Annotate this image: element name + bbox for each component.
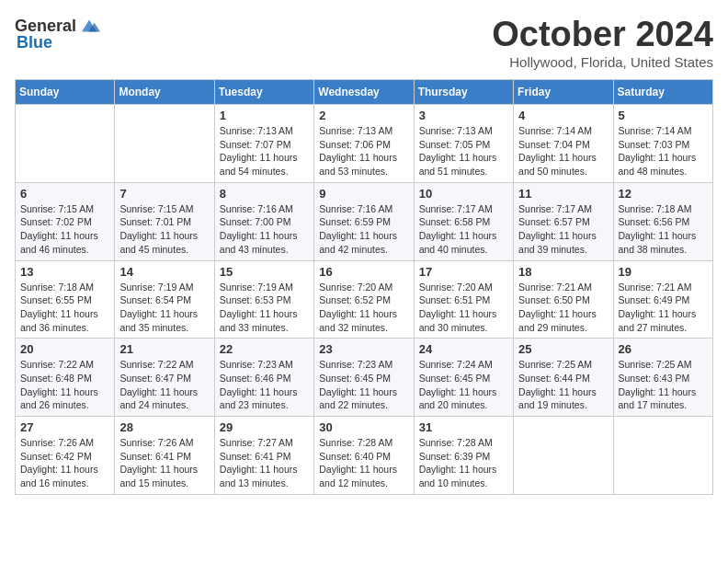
- week-row-4: 20Sunrise: 7:22 AMSunset: 6:48 PMDayligh…: [16, 339, 713, 417]
- day-info: Sunrise: 7:17 AMSunset: 6:58 PMDaylight:…: [419, 202, 508, 257]
- day-info: Sunrise: 7:19 AMSunset: 6:53 PMDaylight:…: [220, 281, 309, 335]
- empty-cell: [16, 105, 115, 183]
- day-info: Sunrise: 7:21 AMSunset: 6:49 PMDaylight:…: [619, 281, 708, 335]
- title-section: October 2024 Hollywood, Florida, United …: [492, 15, 713, 70]
- day-cell-19: 19Sunrise: 7:21 AMSunset: 6:49 PMDayligh…: [613, 260, 712, 339]
- day-info: Sunrise: 7:18 AMSunset: 6:56 PMDaylight:…: [619, 202, 708, 257]
- day-number: 18: [518, 265, 608, 279]
- day-info: Sunrise: 7:20 AMSunset: 6:52 PMDaylight:…: [319, 281, 408, 335]
- day-number: 26: [619, 342, 708, 356]
- location: Hollywood, Florida, United States: [492, 54, 713, 70]
- day-cell-30: 30Sunrise: 7:28 AMSunset: 6:40 PMDayligh…: [314, 417, 414, 495]
- day-info: Sunrise: 7:13 AMSunset: 7:07 PMDaylight:…: [220, 124, 309, 178]
- day-number: 9: [319, 187, 408, 201]
- day-cell-6: 6Sunrise: 7:15 AMSunset: 7:02 PMDaylight…: [16, 182, 115, 260]
- day-number: 2: [319, 109, 408, 122]
- day-number: 11: [518, 187, 608, 201]
- day-cell-17: 17Sunrise: 7:20 AMSunset: 6:51 PMDayligh…: [414, 260, 513, 339]
- day-info: Sunrise: 7:14 AMSunset: 7:03 PMDaylight:…: [619, 124, 708, 178]
- day-cell-9: 9Sunrise: 7:16 AMSunset: 6:59 PMDaylight…: [314, 182, 414, 260]
- empty-cell: [613, 417, 712, 495]
- day-cell-26: 26Sunrise: 7:25 AMSunset: 6:43 PMDayligh…: [613, 339, 712, 417]
- day-cell-31: 31Sunrise: 7:28 AMSunset: 6:39 PMDayligh…: [414, 417, 513, 495]
- day-number: 14: [119, 265, 209, 279]
- day-info: Sunrise: 7:13 AMSunset: 7:05 PMDaylight:…: [419, 124, 508, 178]
- logo: General Blue: [15, 15, 100, 52]
- day-number: 23: [319, 342, 408, 356]
- logo-text-blue: Blue: [17, 33, 52, 52]
- week-row-2: 6Sunrise: 7:15 AMSunset: 7:02 PMDaylight…: [16, 182, 713, 260]
- day-number: 7: [119, 187, 209, 201]
- weekday-header-row: SundayMondayTuesdayWednesdayThursdayFrid…: [16, 80, 713, 105]
- day-info: Sunrise: 7:17 AMSunset: 6:57 PMDaylight:…: [518, 202, 608, 257]
- day-cell-27: 27Sunrise: 7:26 AMSunset: 6:42 PMDayligh…: [16, 417, 115, 495]
- day-number: 22: [220, 342, 309, 356]
- day-info: Sunrise: 7:15 AMSunset: 7:01 PMDaylight:…: [119, 202, 209, 257]
- day-cell-1: 1Sunrise: 7:13 AMSunset: 7:07 PMDaylight…: [214, 105, 313, 183]
- day-info: Sunrise: 7:20 AMSunset: 6:51 PMDaylight:…: [419, 281, 508, 335]
- day-cell-23: 23Sunrise: 7:23 AMSunset: 6:45 PMDayligh…: [314, 339, 414, 417]
- calendar: SundayMondayTuesdayWednesdayThursdayFrid…: [15, 79, 713, 495]
- day-info: Sunrise: 7:26 AMSunset: 6:42 PMDaylight:…: [20, 436, 109, 490]
- day-number: 1: [220, 109, 309, 122]
- day-info: Sunrise: 7:23 AMSunset: 6:46 PMDaylight:…: [220, 358, 309, 412]
- day-number: 4: [518, 109, 608, 122]
- day-number: 29: [220, 420, 309, 434]
- day-cell-28: 28Sunrise: 7:26 AMSunset: 6:41 PMDayligh…: [115, 417, 214, 495]
- day-info: Sunrise: 7:28 AMSunset: 6:39 PMDaylight:…: [419, 436, 508, 490]
- day-cell-11: 11Sunrise: 7:17 AMSunset: 6:57 PMDayligh…: [514, 182, 613, 260]
- day-cell-18: 18Sunrise: 7:21 AMSunset: 6:50 PMDayligh…: [514, 260, 613, 339]
- day-cell-29: 29Sunrise: 7:27 AMSunset: 6:41 PMDayligh…: [214, 417, 313, 495]
- day-cell-4: 4Sunrise: 7:14 AMSunset: 7:04 PMDaylight…: [514, 105, 613, 183]
- day-info: Sunrise: 7:25 AMSunset: 6:43 PMDaylight:…: [619, 358, 708, 412]
- day-number: 28: [119, 420, 209, 434]
- day-number: 8: [220, 187, 309, 201]
- day-cell-5: 5Sunrise: 7:14 AMSunset: 7:03 PMDaylight…: [613, 105, 712, 183]
- day-number: 19: [619, 265, 708, 279]
- day-number: 16: [319, 265, 408, 279]
- page-header: General Blue October 2024 Hollywood, Flo…: [15, 15, 713, 70]
- day-cell-22: 22Sunrise: 7:23 AMSunset: 6:46 PMDayligh…: [214, 339, 313, 417]
- day-info: Sunrise: 7:19 AMSunset: 6:54 PMDaylight:…: [119, 281, 209, 335]
- day-cell-15: 15Sunrise: 7:19 AMSunset: 6:53 PMDayligh…: [214, 260, 313, 339]
- day-number: 6: [20, 187, 109, 201]
- day-cell-20: 20Sunrise: 7:22 AMSunset: 6:48 PMDayligh…: [16, 339, 115, 417]
- day-number: 31: [419, 420, 508, 434]
- weekday-header-sunday: Sunday: [16, 80, 115, 105]
- day-info: Sunrise: 7:18 AMSunset: 6:55 PMDaylight:…: [20, 281, 109, 335]
- weekday-header-tuesday: Tuesday: [214, 80, 313, 105]
- day-cell-8: 8Sunrise: 7:16 AMSunset: 7:00 PMDaylight…: [214, 182, 313, 260]
- month-title: October 2024: [492, 15, 713, 54]
- day-info: Sunrise: 7:24 AMSunset: 6:45 PMDaylight:…: [419, 358, 508, 412]
- day-number: 13: [20, 265, 109, 279]
- day-info: Sunrise: 7:22 AMSunset: 6:48 PMDaylight:…: [20, 358, 109, 412]
- day-info: Sunrise: 7:21 AMSunset: 6:50 PMDaylight:…: [518, 281, 608, 335]
- weekday-header-thursday: Thursday: [414, 80, 513, 105]
- day-info: Sunrise: 7:13 AMSunset: 7:06 PMDaylight:…: [319, 124, 408, 178]
- day-info: Sunrise: 7:25 AMSunset: 6:44 PMDaylight:…: [518, 358, 608, 412]
- day-info: Sunrise: 7:16 AMSunset: 6:59 PMDaylight:…: [319, 202, 408, 257]
- day-cell-7: 7Sunrise: 7:15 AMSunset: 7:01 PMDaylight…: [115, 182, 214, 260]
- day-number: 24: [419, 342, 508, 356]
- weekday-header-saturday: Saturday: [613, 80, 712, 105]
- day-number: 21: [119, 342, 209, 356]
- day-info: Sunrise: 7:22 AMSunset: 6:47 PMDaylight:…: [119, 358, 209, 412]
- day-number: 30: [319, 420, 408, 434]
- weekday-header-friday: Friday: [514, 80, 613, 105]
- day-cell-25: 25Sunrise: 7:25 AMSunset: 6:44 PMDayligh…: [514, 339, 613, 417]
- empty-cell: [115, 105, 214, 183]
- day-info: Sunrise: 7:28 AMSunset: 6:40 PMDaylight:…: [319, 436, 408, 490]
- day-number: 10: [419, 187, 508, 201]
- empty-cell: [514, 417, 613, 495]
- day-info: Sunrise: 7:16 AMSunset: 7:00 PMDaylight:…: [220, 202, 309, 257]
- day-info: Sunrise: 7:26 AMSunset: 6:41 PMDaylight:…: [119, 436, 209, 490]
- day-number: 25: [518, 342, 608, 356]
- day-cell-13: 13Sunrise: 7:18 AMSunset: 6:55 PMDayligh…: [16, 260, 115, 339]
- week-row-5: 27Sunrise: 7:26 AMSunset: 6:42 PMDayligh…: [16, 417, 713, 495]
- week-row-3: 13Sunrise: 7:18 AMSunset: 6:55 PMDayligh…: [16, 260, 713, 339]
- day-cell-10: 10Sunrise: 7:17 AMSunset: 6:58 PMDayligh…: [414, 182, 513, 260]
- weekday-header-monday: Monday: [115, 80, 214, 105]
- day-cell-2: 2Sunrise: 7:13 AMSunset: 7:06 PMDaylight…: [314, 105, 414, 183]
- weekday-header-wednesday: Wednesday: [314, 80, 414, 105]
- day-info: Sunrise: 7:23 AMSunset: 6:45 PMDaylight:…: [319, 358, 408, 412]
